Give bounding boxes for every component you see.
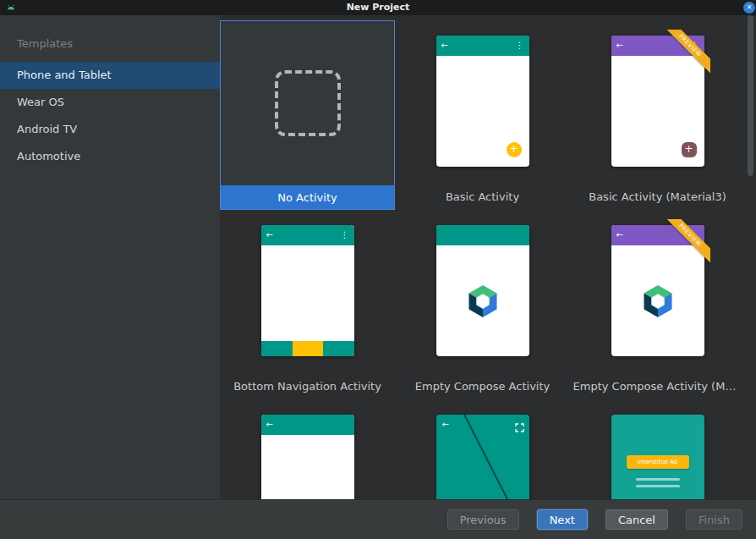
back-arrow-icon: ← [616,41,623,50]
appbar: ← [261,415,354,435]
template-card-no-activity[interactable]: No Activity [220,20,395,210]
fullscreen-icon [515,420,524,436]
back-arrow-icon: ← [441,41,448,50]
compose-logo-area [611,245,704,356]
template-label: Empty Compose Activity [415,380,550,393]
template-card-empty-compose-activity-material3[interactable]: ← PREVIEW Empty Compose Activi [570,210,745,399]
template-card-partially-visible-1[interactable]: ← [220,399,395,499]
android-logo-icon [6,3,16,13]
template-label: Empty Compose Activity (Mat… [573,380,742,393]
scrollbar-thumb[interactable] [748,15,753,176]
back-arrow-icon: ← [266,421,273,429]
basic-activity-material3-thumbnail: ← ⋮ + PREVIEW [611,36,704,167]
titlebar: New Project ✕ [0,0,756,15]
kebab-menu-icon: ⋮ [516,41,524,50]
nav-segment-active [293,341,323,356]
template-label: Bottom Navigation Activity [233,380,381,393]
kebab-menu-icon: ⋮ [691,41,699,50]
template-card-fullscreen-activity[interactable]: ← [395,399,570,499]
back-arrow-icon: ← [266,231,273,239]
template-label: Basic Activity (Material3) [589,190,726,203]
previous-button[interactable]: Previous [447,509,519,530]
template-grid: No Activity ← ⋮ + Basic Activity ← [220,20,745,499]
next-button[interactable]: Next [537,509,588,530]
selected-template-label: No Activity [221,185,394,209]
appbar: ← ⋮ [261,225,354,245]
appbar [436,225,529,245]
sidebar-item-android-tv[interactable]: Android TV [0,116,220,143]
window-title: New Project [0,0,756,15]
basic-activity-thumbnail: ← ⋮ + [436,36,529,167]
template-card-basic-activity[interactable]: ← ⋮ + Basic Activity [395,20,570,210]
empty-compose-material3-thumbnail: ← PREVIEW [611,225,704,356]
appbar: ← ⋮ [611,36,704,56]
template-gallery: No Activity ← ⋮ + Basic Activity ← [220,15,756,499]
empty-compose-thumbnail [436,225,529,356]
finish-button[interactable]: Finish [686,509,742,530]
compose-logo-area [436,245,529,356]
dialog-body: Templates Phone and Tablet Wear OS Andro… [0,15,756,499]
compose-logo-icon [464,283,501,320]
nav-segment [261,341,293,356]
close-button[interactable]: ✕ [743,2,755,14]
placeholder-line [636,485,680,487]
template-card-bottom-navigation-activity[interactable]: ← ⋮ Bottom Navigation Activity [220,210,395,399]
sidebar-item-automotive[interactable]: Automotive [0,143,220,170]
category-sidebar: Templates Phone and Tablet Wear OS Andro… [0,15,220,499]
sidebar-item-phone-and-tablet[interactable]: Phone and Tablet [0,62,220,89]
no-activity-thumbnail [221,21,394,185]
template-label: Basic Activity [446,190,519,203]
cancel-button[interactable]: Cancel [605,509,668,530]
kebab-menu-icon: ⋮ [341,231,349,239]
bottom-nav-bar [261,341,354,356]
sidebar-header: Templates [0,15,220,62]
admob-thumbnail: Interstitial Ad [611,415,704,499]
compose-logo-icon [639,283,677,320]
activity-thumbnail: ← [261,415,354,499]
fullscreen-activity-thumbnail: ← [436,415,529,499]
back-arrow-icon: ← [442,421,449,429]
appbar: ← ⋮ [436,36,529,56]
fab-plus-icon: + [507,142,522,157]
nav-segment [323,341,354,356]
footer-bar: Previous Next Cancel Finish [0,499,756,539]
template-card-empty-compose-activity[interactable]: Empty Compose Activity [395,210,570,399]
template-card-basic-activity-material3[interactable]: ← ⋮ + PREVIEW Basic Activity (Material3) [570,20,745,210]
template-card-admob-ads-activity[interactable]: Interstitial Ad [570,399,745,499]
appbar: ← [611,225,704,245]
sidebar-item-wear-os[interactable]: Wear OS [0,89,220,116]
fab-plus-icon: + [682,142,697,157]
interstitial-ad-button: Interstitial Ad [627,455,689,469]
dashed-placeholder-icon [275,70,341,136]
back-arrow-icon: ← [616,231,623,239]
placeholder-line [636,478,680,481]
bottom-navigation-thumbnail: ← ⋮ [261,225,354,356]
